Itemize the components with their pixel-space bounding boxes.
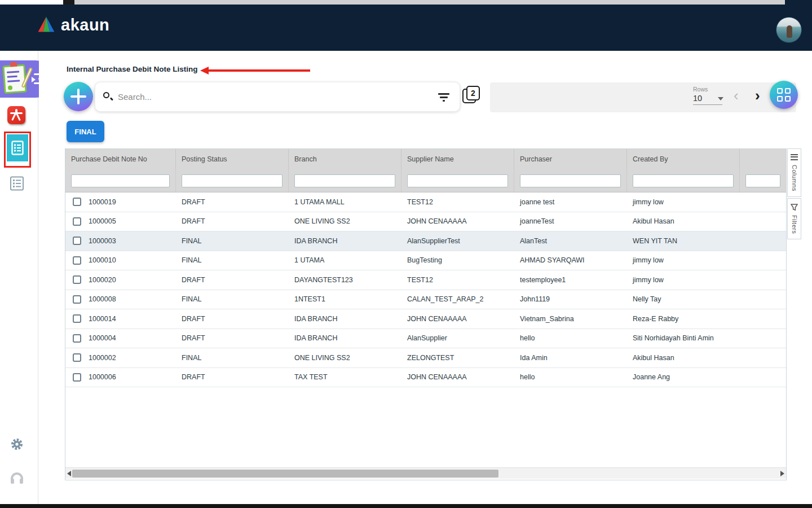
- user-avatar[interactable]: [776, 17, 802, 43]
- cell-note-no: 1000008: [89, 295, 116, 303]
- column-filter-input[interactable]: [71, 174, 170, 187]
- cell-supplier: ZELONGTEST: [401, 348, 514, 367]
- cell-created_by: Reza-E Rabby: [627, 309, 740, 329]
- column-header[interactable]: Supplier Name: [401, 149, 514, 169]
- strip-white-segment: [0, 0, 63, 5]
- cell-purchaser: Ida Amin: [514, 348, 627, 367]
- table-row[interactable]: 1000014DRAFTIDA BRANCHJOHN CENAAAAAVietn…: [65, 309, 786, 329]
- cell-branch: IDA BRANCH: [289, 231, 401, 251]
- funnel-icon: [791, 204, 798, 211]
- column-header[interactable]: Purchase Debit Note No: [65, 149, 176, 169]
- cell-extra: [740, 348, 786, 367]
- column-filter-input[interactable]: [520, 174, 621, 187]
- cell-created_by: WEN YIT TAN: [627, 231, 740, 251]
- cell-extra: [740, 368, 786, 387]
- bottom-taskbar-edge: [0, 504, 812, 508]
- search-bar: [95, 82, 460, 112]
- table-row[interactable]: 1000008FINAL1NTEST1CALAN_TEST_ARAP_2John…: [65, 290, 786, 310]
- column-filter-input[interactable]: [407, 174, 508, 187]
- tab-columns-label: Columns: [791, 165, 798, 191]
- row-checkbox[interactable]: [73, 295, 81, 304]
- table-row[interactable]: 1000003FINALIDA BRANCHAlanSupplierTestAl…: [65, 231, 786, 251]
- cell-branch: TAX TEST: [289, 368, 401, 387]
- cell-purchaser: joanne test: [514, 192, 627, 212]
- tab-filters[interactable]: Filters: [787, 198, 801, 239]
- cell-status: DRAFT: [176, 212, 289, 231]
- table-row[interactable]: 1000005DRAFTONE LIVING SS2JOHN CENAAAAAj…: [65, 212, 786, 232]
- scroll-left-arrow-icon[interactable]: [67, 471, 71, 476]
- column-header[interactable]: Posting Status: [176, 149, 289, 169]
- tab-filters-label: Filters: [791, 215, 798, 234]
- cell-extra: [740, 251, 786, 270]
- column-header[interactable]: Created By: [627, 149, 740, 169]
- cell-branch: IDA BRANCH: [289, 309, 401, 329]
- cell-status: FINAL: [176, 290, 289, 309]
- cell-supplier: TEST12: [401, 270, 514, 290]
- search-input[interactable]: [118, 92, 438, 102]
- cell-status: DRAFT: [176, 192, 289, 212]
- cell-branch: DAYANGTEST123: [289, 270, 401, 290]
- cell-created_by: Akibul Hasan: [627, 348, 740, 367]
- horizontal-scrollbar[interactable]: [65, 467, 786, 479]
- cell-extra: [740, 329, 786, 348]
- cell-status: FINAL: [176, 251, 289, 270]
- cell-purchaser: hello: [514, 329, 627, 348]
- cell-supplier: TEST12: [401, 192, 514, 212]
- row-checkbox[interactable]: [73, 275, 81, 284]
- table-row[interactable]: 1000020DRAFTDAYANGTEST123TEST12testemplo…: [65, 270, 786, 290]
- brand-name: akaun: [61, 16, 109, 34]
- row-checkbox[interactable]: [73, 237, 81, 245]
- akaun-triangle-icon: [36, 15, 56, 35]
- listing-selected-highlight: [7, 134, 28, 161]
- cell-branch: IDA BRANCH: [289, 329, 401, 348]
- table-row[interactable]: 1000010FINAL1 UTAMABugTestingAHMAD SYARQ…: [65, 251, 786, 271]
- row-checkbox[interactable]: [73, 217, 81, 226]
- table-row[interactable]: 1000006DRAFTTAX TESTJOHN CENAAAAAhelloJo…: [65, 368, 786, 388]
- cell-branch: 1NTEST1: [289, 290, 401, 309]
- scroll-right-arrow-icon[interactable]: [780, 471, 784, 476]
- row-checkbox[interactable]: [73, 334, 81, 343]
- listing-table: Purchase Debit Note No Posting Status Br…: [65, 148, 787, 480]
- cell-purchaser: testemployee1: [514, 270, 627, 290]
- table-row[interactable]: 1000004DRAFTIDA BRANCHAlanSupplierhelloS…: [65, 329, 786, 349]
- row-checkbox[interactable]: [73, 256, 81, 265]
- dai-character-icon: [10, 109, 23, 121]
- tab-columns[interactable]: Columns: [787, 148, 801, 197]
- duplicate-pages-icon[interactable]: 2: [465, 86, 480, 103]
- table-row[interactable]: 1000019DRAFT1 UTAMA MALLTEST12joanne tes…: [65, 192, 786, 212]
- column-filter-input[interactable]: [633, 174, 734, 187]
- column-header[interactable]: Branch: [289, 149, 401, 169]
- rows-dropdown-caret-icon[interactable]: [718, 97, 723, 100]
- row-checkbox[interactable]: [73, 373, 81, 382]
- row-checkbox[interactable]: [73, 353, 81, 362]
- brand-logo[interactable]: akaun: [36, 15, 109, 35]
- pages-count: 2: [466, 86, 480, 100]
- table-row[interactable]: 1000002FINALONE LIVING SS2ZELONGTESTIda …: [65, 348, 786, 368]
- cell-note-no: 1000006: [89, 373, 116, 381]
- cell-note-no: 1000004: [89, 334, 116, 342]
- strip-dark-right: [785, 0, 812, 5]
- previous-page-button[interactable]: ‹: [734, 87, 739, 104]
- sidebar-item-list[interactable]: [10, 176, 24, 191]
- column-filter-input[interactable]: [745, 174, 780, 187]
- sidebar-item-listing-selected[interactable]: [4, 132, 31, 168]
- column-filter-input[interactable]: [294, 174, 395, 187]
- support-headset-icon[interactable]: [11, 472, 23, 483]
- cell-created_by: jimmy low: [627, 251, 740, 270]
- add-button[interactable]: [64, 82, 93, 111]
- settings-gear-icon[interactable]: [10, 437, 24, 451]
- cell-purchaser: joanneTest: [514, 212, 627, 231]
- scrollbar-thumb[interactable]: [72, 470, 498, 478]
- column-header[interactable]: Purchaser: [514, 149, 627, 169]
- sidebar: [0, 51, 38, 504]
- next-page-button[interactable]: ›: [755, 87, 760, 104]
- grid-view-button[interactable]: [770, 81, 798, 109]
- row-checkbox[interactable]: [73, 198, 81, 206]
- row-checkbox[interactable]: [73, 314, 81, 323]
- cell-supplier: BugTesting: [401, 251, 514, 270]
- column-filter-input[interactable]: [182, 174, 283, 187]
- cell-note-no: 1000019: [89, 198, 116, 206]
- sidebar-item-red-app[interactable]: [7, 106, 25, 124]
- final-filter-button[interactable]: FINAL: [67, 121, 104, 142]
- filter-list-icon[interactable]: [438, 93, 449, 101]
